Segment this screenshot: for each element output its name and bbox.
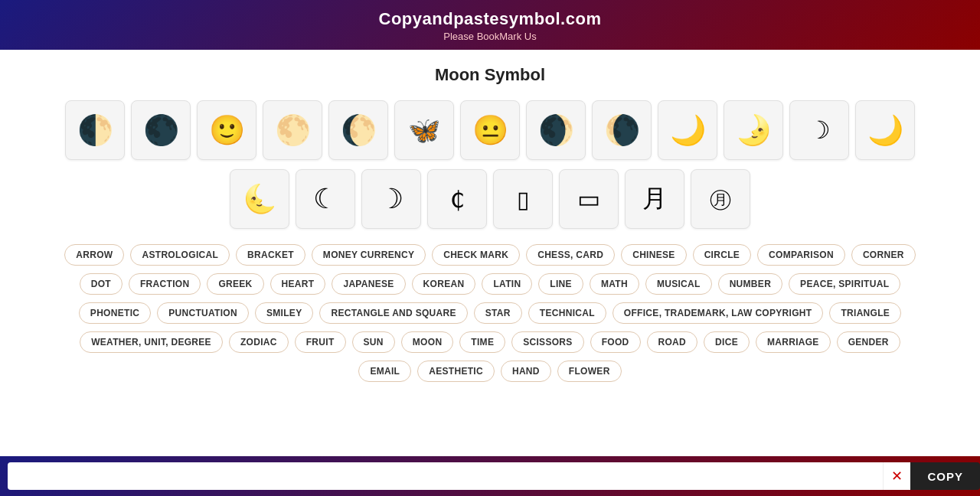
category-time[interactable]: TIME [459,331,505,353]
category-aesthetic[interactable]: AESTHETIC [417,361,495,382]
category-bracket[interactable]: BRACKET [236,244,305,266]
page-title: Moon Symbol [23,65,957,85]
symbol-cell[interactable]: ☽ [361,169,421,229]
category-line[interactable]: LINE [538,273,583,295]
bottom-bar: ✕ COPY [0,456,980,496]
symbol-row-2: 🌜 ☾ ☽ ₵ ▯ ▭ 月 ㊊ [23,169,957,229]
category-astrological[interactable]: ASTROLOGICAL [130,244,230,266]
category-road[interactable]: ROAD [647,331,698,353]
symbol-cell[interactable]: ☽ [789,100,849,160]
category-technical[interactable]: TECHNICAL [528,302,606,324]
category-peace-spiritual[interactable]: PEACE, SPIRITUAL [789,273,900,295]
main-content: Moon Symbol 🌓 🌑 🙂 🌕 🌔 🦋 😐 🌒 🌘 🌙 🌛 ☽ 🌙 🌜 … [0,50,980,456]
category-food[interactable]: FOOD [590,331,641,353]
category-musical[interactable]: MUSICAL [645,273,712,295]
category-row-1: ARROW ASTROLOGICAL BRACKET MONEY CURRENC… [23,244,957,266]
category-check-mark[interactable]: CHECK MARK [432,244,520,266]
symbol-cell[interactable]: 月 [625,169,684,229]
symbol-cell[interactable]: 🌙 [658,100,717,160]
category-korean[interactable]: KOREAN [412,273,476,295]
category-arrow[interactable]: ARROW [64,244,124,266]
category-star[interactable]: STAR [474,302,522,324]
category-office-trademark[interactable]: OFFICE, TRADEMARK, LAW COPYRIGHT [612,302,824,324]
clear-button[interactable]: ✕ [883,462,910,490]
site-title: Copyandpastesymbol.com [0,9,980,29]
category-corner[interactable]: CORNER [851,244,916,266]
copy-button[interactable]: COPY [910,462,980,490]
category-row-5: EMAIL AESTHETIC HAND FLOWER [23,361,957,382]
category-dot[interactable]: DOT [80,273,122,295]
category-greek[interactable]: GREEK [207,273,263,295]
category-smiley[interactable]: SMILEY [255,302,313,324]
category-latin[interactable]: LATIN [482,273,532,295]
category-circle[interactable]: CIRCLE [693,244,751,266]
category-triangle[interactable]: TRIANGLE [829,302,901,324]
category-math[interactable]: MATH [590,273,639,295]
category-chess-card[interactable]: CHESS, CARD [526,244,615,266]
symbol-cell[interactable]: 😐 [460,100,520,160]
symbol-cell[interactable]: 🌛 [724,100,783,160]
category-number[interactable]: NUMBER [718,273,782,295]
category-phonetic[interactable]: PHONETIC [79,302,151,324]
category-zodiac[interactable]: ZODIAC [229,331,289,353]
category-rectangle-square[interactable]: RECTANGLE AND SQUARE [319,302,467,324]
category-weather[interactable]: WEATHER, UNIT, DEGREE [80,331,223,353]
category-money-currency[interactable]: MONEY CURRENCY [312,244,426,266]
category-heart[interactable]: HEART [270,273,326,295]
site-header: Copyandpastesymbol.com Please BookMark U… [0,0,980,50]
category-email[interactable]: EMAIL [358,361,411,382]
symbol-cell[interactable]: 🌜 [230,169,289,229]
symbol-cell[interactable]: 🌘 [592,100,652,160]
category-row-2: DOT FRACTION GREEK HEART JAPANESE KOREAN… [23,273,957,295]
category-flower[interactable]: FLOWER [557,361,622,382]
category-japanese[interactable]: JAPANESE [332,273,405,295]
category-dice[interactable]: DICE [704,331,750,353]
symbol-cell[interactable]: 🌓 [65,100,125,160]
category-comparison[interactable]: COMPARISON [757,244,845,266]
category-marriage[interactable]: MARRIAGE [756,331,831,353]
category-fruit[interactable]: FRUIT [295,331,346,353]
symbol-cell[interactable]: 🌔 [328,100,388,160]
symbol-cell[interactable]: 🦋 [394,100,454,160]
category-hand[interactable]: HAND [501,361,551,382]
category-fraction[interactable]: FRACTION [129,273,201,295]
symbol-row-1: 🌓 🌑 🙂 🌕 🌔 🦋 😐 🌒 🌘 🌙 🌛 ☽ 🌙 [23,100,957,160]
symbol-cell[interactable]: ☾ [296,169,355,229]
category-scissors[interactable]: SCISSORS [511,331,583,353]
category-row-3: PHONETIC PUNCTUATION SMILEY RECTANGLE AN… [23,302,957,324]
symbol-cell[interactable]: ▭ [559,169,619,229]
category-punctuation[interactable]: PUNCTUATION [157,302,249,324]
category-chinese[interactable]: CHINESE [621,244,686,266]
symbol-cell[interactable]: ▯ [493,169,553,229]
copy-input[interactable] [8,462,883,490]
site-subtitle: Please BookMark Us [0,31,980,42]
categories-section: ARROW ASTROLOGICAL BRACKET MONEY CURRENC… [23,244,957,382]
symbol-cell[interactable]: ㊊ [691,169,750,229]
symbol-cell[interactable]: 🌙 [855,100,915,160]
category-sun[interactable]: SUN [352,331,395,353]
symbol-cell[interactable]: 🌒 [526,100,586,160]
category-gender[interactable]: GENDER [837,331,900,353]
symbol-cell[interactable]: ₵ [427,169,487,229]
symbol-cell[interactable]: 🙂 [197,100,256,160]
symbol-cell[interactable]: 🌕 [263,100,322,160]
symbol-cell[interactable]: 🌑 [131,100,191,160]
category-moon[interactable]: MOON [401,331,454,353]
category-row-4: WEATHER, UNIT, DEGREE ZODIAC FRUIT SUN M… [23,331,957,353]
